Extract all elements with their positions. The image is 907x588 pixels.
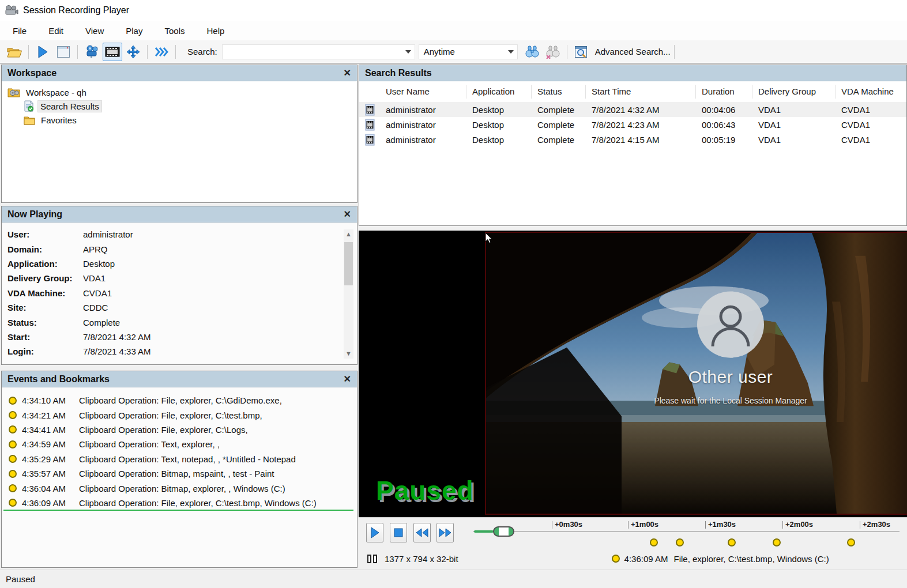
field-label: VDA Machine: bbox=[7, 288, 83, 298]
column-header-application[interactable]: Application bbox=[466, 85, 532, 99]
event-list-item[interactable]: 4:36:04 AMClipboard Operation: Bitmap, e… bbox=[2, 481, 357, 495]
show-window-button[interactable] bbox=[54, 43, 73, 61]
tree-item-workspace-root[interactable]: Workspace - qh bbox=[2, 85, 357, 99]
column-header-duration[interactable]: Duration bbox=[696, 85, 752, 99]
event-list-item[interactable]: 4:34:41 AMClipboard Operation: File, exp… bbox=[2, 423, 357, 437]
timeline-tick-label: +2m00s bbox=[785, 520, 813, 529]
seek-slider-thumb[interactable] bbox=[493, 526, 514, 537]
search-results-panel: Search Results User Name Application Sta… bbox=[359, 65, 907, 226]
results-table: User Name Application Status Start Time … bbox=[359, 81, 906, 147]
event-dot-icon bbox=[9, 484, 17, 492]
menu-help[interactable]: Help bbox=[198, 22, 234, 39]
column-header-vda-machine[interactable]: VDA Machine bbox=[836, 85, 906, 99]
menu-edit[interactable]: Edit bbox=[39, 22, 73, 39]
fast-forward-toolbar-button[interactable] bbox=[152, 43, 171, 61]
event-marker-dot[interactable] bbox=[728, 538, 736, 546]
table-row[interactable]: administrator Desktop Complete 7/8/2021 … bbox=[359, 117, 906, 132]
stop-icon bbox=[394, 528, 403, 537]
resolution-text: 1377 x 794 x 32-bit bbox=[385, 554, 458, 564]
find-binoculars-icon bbox=[525, 45, 540, 59]
timeline-tick bbox=[860, 521, 860, 529]
cell-application: Desktop bbox=[466, 105, 532, 115]
cell-start-time: 7/8/2021 4:15 AM bbox=[586, 135, 696, 145]
table-row[interactable]: administrator Desktop Complete 7/8/2021 … bbox=[359, 132, 906, 147]
recording-filmstrip-icon bbox=[365, 134, 375, 146]
current-event-text: File, explorer, C:\test.bmp, Windows (C:… bbox=[673, 554, 829, 564]
event-list-item[interactable]: 4:35:57 AMClipboard Operation: Bitmap, m… bbox=[2, 466, 357, 481]
event-marker-dot[interactable] bbox=[773, 538, 781, 546]
column-header-status[interactable]: Status bbox=[532, 85, 586, 99]
event-list-item-selected[interactable]: 4:36:09 AMClipboard Operation: File, exp… bbox=[2, 496, 357, 510]
folder-icon bbox=[24, 115, 35, 125]
search-results-panel-title: Search Results bbox=[365, 68, 432, 78]
event-list-item[interactable]: 4:34:10 AMClipboard Operation: File, exp… bbox=[2, 393, 357, 408]
event-time: 4:35:29 AM bbox=[22, 454, 75, 464]
close-icon[interactable]: ✕ bbox=[344, 69, 351, 78]
event-list-item[interactable]: 4:34:21 AMClipboard Operation: File, exp… bbox=[2, 408, 357, 422]
timeline-tick bbox=[705, 521, 706, 529]
column-header-delivery-group[interactable]: Delivery Group bbox=[752, 85, 836, 99]
event-text: Clipboard Operation: File, explorer, C:\… bbox=[79, 395, 282, 405]
fast-forward-button[interactable] bbox=[436, 523, 454, 542]
now-playing-panel: Now Playing ✕ User:administrator Domain:… bbox=[1, 206, 357, 365]
workspace-tree: Workspace - qh Search Results Favorites bbox=[2, 81, 357, 127]
close-icon[interactable]: ✕ bbox=[344, 210, 351, 219]
tree-item-favorites[interactable]: Favorites bbox=[2, 113, 357, 127]
chevron-down-icon[interactable] bbox=[405, 50, 411, 54]
field-value: 7/8/2021 4:33 AM bbox=[83, 346, 151, 356]
timeline-tick-label: +2m30s bbox=[863, 520, 890, 529]
field-value: Desktop bbox=[83, 259, 115, 269]
scroll-down-icon[interactable]: ▼ bbox=[344, 349, 353, 359]
play-button[interactable] bbox=[366, 523, 383, 542]
menu-view[interactable]: View bbox=[76, 22, 113, 39]
pan-button[interactable] bbox=[123, 43, 143, 61]
field-value: CDDC bbox=[83, 303, 108, 312]
advanced-search-button[interactable] bbox=[571, 43, 591, 61]
menu-file[interactable]: File bbox=[3, 22, 36, 39]
event-dot-icon bbox=[9, 411, 17, 419]
event-time: 4:34:10 AM bbox=[22, 395, 75, 405]
now-playing-scrollbar[interactable]: ▲ ▼ bbox=[344, 229, 353, 359]
cell-start-time: 7/8/2021 4:32 AM bbox=[586, 105, 696, 115]
event-list-item[interactable]: 4:35:29 AMClipboard Operation: Text, not… bbox=[2, 452, 357, 466]
now-playing-panel-header: Now Playing ✕ bbox=[2, 206, 357, 223]
time-filter-dropdown[interactable]: Anytime bbox=[419, 44, 518, 59]
play-toolbar-button[interactable] bbox=[33, 43, 52, 61]
search-input[interactable] bbox=[222, 44, 415, 59]
event-marker-dot[interactable] bbox=[847, 538, 855, 546]
column-header-user-name[interactable]: User Name bbox=[380, 85, 466, 99]
projector-view-button[interactable] bbox=[82, 43, 101, 61]
menu-play[interactable]: Play bbox=[116, 22, 152, 39]
play-icon bbox=[370, 527, 380, 538]
session-video-viewport: Other user Please wait for the Local Ses… bbox=[485, 232, 907, 515]
column-header-start-time[interactable]: Start Time bbox=[586, 85, 696, 99]
field-label: Status: bbox=[7, 318, 83, 327]
rewind-button[interactable] bbox=[413, 523, 431, 542]
toolbar-separator bbox=[28, 45, 29, 59]
toolbar: Search: Anytime bbox=[0, 40, 907, 63]
event-marker-dot[interactable] bbox=[676, 538, 684, 546]
field-value: 7/8/2021 4:32 AM bbox=[83, 332, 151, 342]
find-button[interactable] bbox=[522, 43, 542, 61]
cell-vda-machine: CVDA1 bbox=[836, 120, 906, 130]
table-row[interactable]: administrator Desktop Complete 7/8/2021 … bbox=[359, 102, 906, 117]
filmstrip-view-button[interactable] bbox=[103, 43, 122, 61]
close-icon[interactable]: ✕ bbox=[344, 375, 351, 384]
event-dot-icon bbox=[9, 440, 17, 448]
advanced-search-label[interactable]: Advanced Search... bbox=[595, 47, 671, 56]
seek-track[interactable] bbox=[473, 531, 900, 532]
event-dot-icon bbox=[9, 455, 17, 463]
scrollbar-thumb[interactable] bbox=[344, 242, 353, 285]
open-file-button[interactable] bbox=[5, 43, 24, 61]
stop-button[interactable] bbox=[390, 523, 407, 542]
tree-item-search-results[interactable]: Search Results bbox=[2, 99, 357, 113]
scroll-up-icon[interactable]: ▲ bbox=[344, 229, 353, 239]
field-label: Domain: bbox=[7, 244, 83, 254]
event-list-item[interactable]: 4:34:59 AMClipboard Operation: Text, exp… bbox=[2, 437, 357, 451]
menu-tools[interactable]: Tools bbox=[155, 22, 194, 39]
chevron-down-icon[interactable] bbox=[508, 50, 514, 54]
stop-find-button[interactable] bbox=[543, 43, 563, 61]
event-dot-icon bbox=[9, 499, 17, 507]
advanced-search-icon bbox=[574, 45, 588, 59]
event-marker-dot[interactable] bbox=[650, 538, 658, 546]
